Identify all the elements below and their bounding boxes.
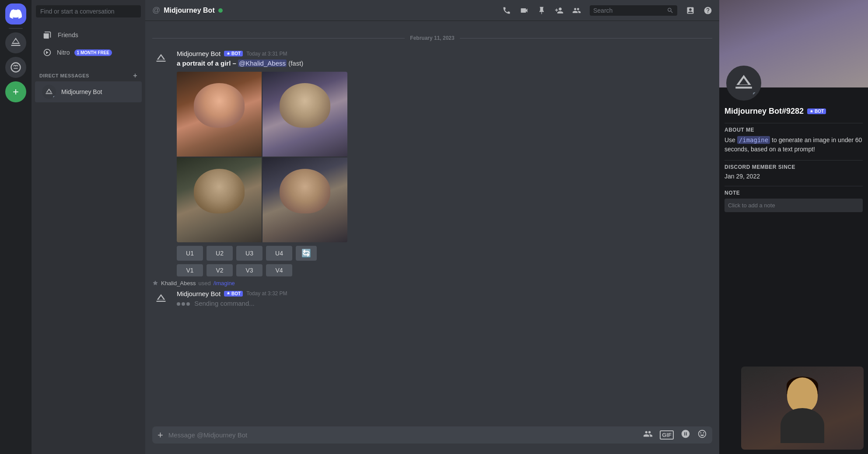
- bot-badge-2: BOT: [224, 291, 243, 297]
- server-divider: [9, 28, 23, 29]
- channel-header-left: @ Midjourney Bot: [152, 6, 223, 15]
- refresh-icon: 🔄: [301, 248, 311, 258]
- call-button[interactable]: [502, 6, 511, 15]
- server-sailboat[interactable]: [5, 32, 26, 53]
- midjourney-avatar: [42, 85, 56, 99]
- sticker-icon[interactable]: [681, 429, 690, 441]
- dm-username: Midjourney Bot: [61, 88, 102, 95]
- member-since-date: Jan 29, 2022: [724, 173, 863, 180]
- msg-mention: @Khalid_Abess: [238, 59, 287, 67]
- variation-4-button[interactable]: V4: [266, 264, 292, 276]
- variation-1-button[interactable]: V1: [177, 264, 203, 276]
- upscale-2-button[interactable]: U2: [206, 246, 233, 261]
- message-group-1: Midjourney Bot BOT Today at 3:31 PM a po…: [145, 48, 719, 278]
- profile-username-row: Midjourney Bot#9282 BOT: [724, 107, 863, 116]
- attach-button[interactable]: +: [158, 430, 163, 441]
- dm-section-header: DIRECT MESSAGES +: [32, 65, 145, 81]
- video-body: [780, 408, 824, 443]
- main-content: @ Midjourney Bot: [145, 0, 719, 454]
- friends-label: Friends: [58, 31, 78, 38]
- people-icon[interactable]: [643, 429, 653, 441]
- sending-dots: [177, 302, 190, 306]
- input-right-icons: GIF: [643, 429, 707, 441]
- msg-text-1: a portrait of a girl – @Khalid_Abess (fa…: [177, 59, 712, 68]
- note-input[interactable]: Click to add a note: [724, 199, 863, 212]
- message-header-2: Midjourney Bot BOT Today at 3:32 PM: [177, 290, 712, 297]
- search-input[interactable]: [36, 5, 141, 17]
- date-divider-text: February 11, 2023: [410, 35, 454, 41]
- about-me-section: ABOUT ME Use /imagine to generate an ima…: [724, 127, 863, 154]
- profile-status-dot: [752, 91, 758, 97]
- add-friend-button[interactable]: [555, 6, 564, 15]
- members-button[interactable]: [572, 6, 581, 15]
- generated-image-3: [177, 157, 262, 242]
- at-icon: @: [152, 6, 160, 15]
- profile-divider-1: [724, 123, 863, 123]
- upscale-4-button[interactable]: U4: [266, 246, 292, 261]
- sending-message: Sending command...: [177, 299, 712, 308]
- video-inner: [741, 367, 864, 450]
- about-me-text: Use /imagine to generate an image in und…: [724, 136, 863, 154]
- svg-point-0: [11, 63, 21, 72]
- message-content-1: Midjourney Bot BOT Today at 3:31 PM a po…: [177, 50, 712, 276]
- refresh-button[interactable]: 🔄: [296, 246, 317, 261]
- online-status-dot: [218, 8, 223, 13]
- date-divider: February 11, 2023: [145, 31, 719, 45]
- used-command-notice: Khalid_Abess used /imagine: [145, 278, 719, 288]
- note-title: NOTE: [724, 190, 863, 196]
- msg-username-1: Midjourney Bot: [177, 50, 220, 57]
- generated-image-4: [262, 157, 347, 242]
- nitro-badge: 1 MONTH FREE: [74, 49, 112, 56]
- dm-sidebar: Friends Nitro 1 MONTH FREE DIRECT MESSAG…: [32, 0, 145, 454]
- message-input-area: + GIF: [145, 426, 719, 454]
- status-dot: [52, 95, 56, 99]
- channel-name: Midjourney Bot: [164, 7, 214, 14]
- nitro-nav-item[interactable]: Nitro 1 MONTH FREE: [35, 44, 142, 61]
- friends-nav-item[interactable]: Friends: [35, 26, 142, 44]
- friends-icon: [42, 30, 52, 40]
- upscale-3-button[interactable]: U3: [236, 246, 262, 261]
- profile-avatar-large: [726, 66, 761, 101]
- message-search-box[interactable]: Search: [590, 5, 677, 16]
- msg-username-2: Midjourney Bot: [177, 290, 220, 297]
- generated-image-2: [262, 72, 347, 157]
- search-placeholder: Search: [593, 7, 663, 14]
- message-content-2: Midjourney Bot BOT Today at 3:32 PM Send…: [177, 290, 712, 308]
- action-buttons-row1: U1 U2 U3 U4 🔄: [177, 246, 712, 261]
- bot-avatar-1: [152, 50, 170, 67]
- upscale-1-button[interactable]: U1: [177, 246, 203, 261]
- message-input[interactable]: [168, 426, 638, 444]
- help-button[interactable]: [704, 6, 712, 15]
- add-server-button[interactable]: +: [5, 81, 26, 102]
- profile-banner: [719, 0, 868, 87]
- generated-image-1: [177, 72, 262, 157]
- bot-avatar-2: [152, 290, 170, 307]
- inbox-button[interactable]: [686, 6, 695, 15]
- add-dm-button[interactable]: +: [133, 72, 137, 80]
- pin-button[interactable]: [537, 6, 546, 15]
- emoji-icon[interactable]: [697, 429, 707, 441]
- nitro-icon: [42, 47, 52, 58]
- profile-divider-2: [724, 160, 863, 161]
- bot-badge-1: BOT: [224, 51, 243, 56]
- member-since-title: DISCORD MEMBER SINCE: [724, 164, 863, 170]
- server-sidebar: +: [0, 0, 32, 454]
- msg-timestamp-1: Today at 3:31 PM: [246, 51, 287, 57]
- gif-icon[interactable]: GIF: [660, 430, 674, 440]
- dm-user-midjourney[interactable]: Midjourney Bot: [35, 81, 142, 102]
- video-corner: [741, 367, 864, 450]
- video-button[interactable]: [520, 6, 528, 15]
- profile-divider-3: [724, 186, 863, 186]
- imagine-command: /imagine: [737, 136, 770, 144]
- variation-2-button[interactable]: V2: [206, 264, 233, 276]
- profile-username: Midjourney Bot#9282: [724, 107, 804, 116]
- dm-nav-items: Friends Nitro 1 MONTH FREE: [32, 23, 145, 65]
- about-me-title: ABOUT ME: [724, 127, 863, 133]
- variation-3-button[interactable]: V3: [236, 264, 262, 276]
- discord-home-button[interactable]: [5, 3, 26, 24]
- message-header-1: Midjourney Bot BOT Today at 3:31 PM: [177, 50, 712, 57]
- messages-area[interactable]: February 11, 2023 Midjourney Bot BOT Tod: [145, 21, 719, 426]
- search-box[interactable]: [32, 0, 145, 23]
- server-ai[interactable]: [5, 57, 26, 78]
- video-head: [787, 377, 818, 412]
